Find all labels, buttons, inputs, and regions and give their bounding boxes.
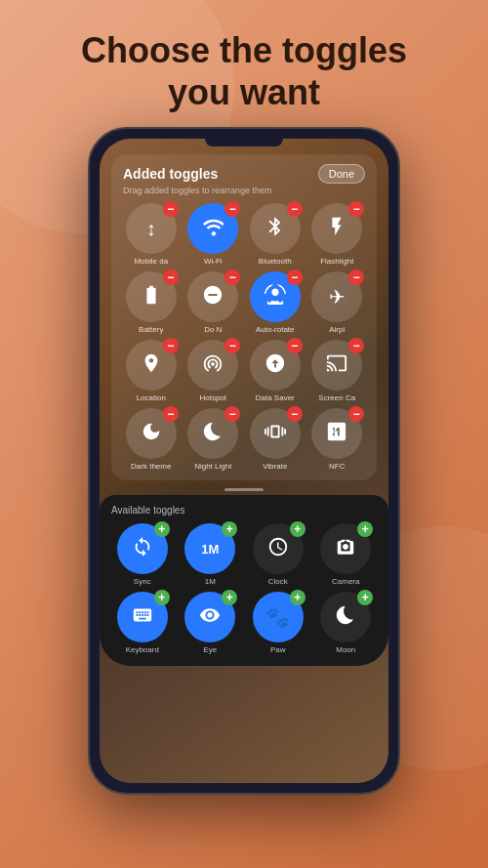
phone-screen: Added toggles Done Drag added toggles to…	[100, 139, 388, 783]
airplane-icon: ✈	[329, 285, 346, 309]
avail-circle-camera: +	[320, 523, 371, 574]
avail-clock[interactable]: + Clock	[247, 523, 309, 586]
remove-badge-airplane: −	[348, 269, 364, 285]
toggle-label-bluetooth: Bluetooth	[259, 257, 292, 266]
remove-badge-bt: −	[287, 201, 303, 217]
toggle-location[interactable]: − Location	[123, 340, 180, 402]
page-title: Choose the toggles you want	[0, 29, 488, 113]
avail-circle-sync: +	[117, 523, 168, 574]
avail-keyboard[interactable]: + Keyboard	[111, 592, 174, 654]
added-toggles-title: Added toggles	[123, 166, 218, 182]
dark-theme-icon	[141, 421, 162, 447]
toggle-circle-autorotate: −	[250, 271, 301, 322]
toggle-label-wifi: Wi-Fi	[204, 257, 223, 266]
datasaver-icon	[264, 352, 286, 379]
avail-circle-eye: +	[184, 592, 235, 642]
toggle-label-flashlight: Flashlight	[320, 257, 353, 266]
vibrate-icon	[264, 421, 286, 447]
added-toggles-grid: ↕ − Mobile da	[123, 203, 365, 471]
add-badge-clock: +	[290, 521, 305, 537]
toggle-label-hotspot: Hotspot	[199, 393, 226, 402]
toggle-autorotate[interactable]: − Auto-rotate	[247, 271, 304, 334]
toggle-circle-hotspot: −	[187, 340, 238, 391]
scroll-indicator	[224, 488, 264, 491]
toggle-dnd[interactable]: − Do N	[185, 271, 242, 334]
toggle-airplane[interactable]: ✈ − Airpl	[309, 271, 366, 334]
remove-badge-autorotate: −	[287, 269, 303, 285]
dnd-icon	[202, 284, 224, 310]
avail-sync[interactable]: + Sync	[111, 523, 174, 586]
avail-label-keyboard: Keyboard	[126, 645, 159, 654]
available-toggles-section: Available toggles +	[100, 495, 388, 666]
avail-eye[interactable]: + Eye	[180, 592, 242, 654]
remove-badge-location: −	[163, 338, 179, 353]
toggle-circle-bluetooth: −	[250, 203, 301, 254]
toggle-circle-flashlight: −	[311, 203, 362, 254]
toggle-datasaver[interactable]: − Data Saver	[247, 340, 304, 402]
avail-circle-keyboard: +	[117, 592, 168, 642]
avail-label-sync: Sync	[134, 577, 151, 586]
toggle-label-screencast: Screen Ca	[318, 393, 355, 402]
available-toggles-grid: + Sync 1M + 1M	[111, 523, 377, 654]
remove-badge-datasaver: −	[287, 338, 303, 353]
avail-label-paw: Paw	[270, 645, 286, 654]
toggle-circle-battery: −	[126, 271, 177, 322]
battery-icon	[141, 284, 162, 310]
add-badge-camera: +	[357, 521, 373, 537]
toggle-label-dnd: Do N	[204, 325, 222, 334]
toggle-circle-datasaver: −	[250, 340, 301, 391]
avail-label-eye: Eye	[203, 645, 217, 654]
toggle-circle-nfc: −	[311, 408, 362, 459]
toggle-flashlight[interactable]: − Flashlight	[309, 203, 366, 266]
remove-badge-dnd: −	[224, 269, 240, 285]
toggle-label-autorotate: Auto-rotate	[256, 325, 295, 334]
toggle-battery[interactable]: − Battery	[123, 271, 180, 334]
hero-section: Choose the toggles you want	[0, 29, 488, 113]
nfc-icon	[326, 421, 347, 447]
keyboard-icon	[132, 604, 153, 631]
toggle-screencast[interactable]: − Screen Ca	[309, 340, 366, 402]
toggle-circle-dnd: −	[187, 271, 238, 322]
mobile-data-icon: ↕	[146, 218, 156, 240]
toggle-circle-screencast: −	[311, 340, 362, 391]
bluetooth-icon	[264, 216, 286, 242]
toggle-label-location: Location	[137, 393, 166, 402]
toggle-vibrate[interactable]: − Vibrate	[247, 408, 304, 471]
add-badge-paw: +	[290, 590, 305, 605]
toggle-bluetooth[interactable]: − Bluetooth	[247, 203, 304, 266]
toggle-nfc[interactable]: − NFC	[309, 408, 366, 471]
toggle-label-night-light: Night Light	[194, 462, 231, 471]
wifi-icon	[202, 216, 224, 242]
avail-camera[interactable]: + Camera	[315, 523, 378, 586]
toggle-circle-wifi: −	[187, 203, 238, 254]
remove-badge-screencast: −	[348, 338, 364, 353]
location-icon	[141, 352, 162, 379]
sync-icon	[132, 536, 153, 562]
avail-paw[interactable]: 🐾 + Paw	[247, 592, 309, 654]
toggle-circle-mobile-data: ↕ −	[126, 203, 177, 254]
toggle-hotspot[interactable]: − Hotspot	[185, 340, 242, 402]
toggle-circle-vibrate: −	[250, 408, 301, 459]
flashlight-icon	[326, 216, 347, 242]
add-badge-1m: +	[222, 521, 237, 537]
1m-icon: 1M	[201, 542, 219, 557]
avail-moon[interactable]: + Moon	[315, 592, 378, 654]
toggle-night-light[interactable]: − Night Light	[185, 408, 242, 471]
remove-badge-nfc: −	[348, 406, 364, 422]
toggle-mobile-data[interactable]: ↕ − Mobile da	[123, 203, 180, 266]
avail-circle-1m: 1M +	[184, 523, 235, 574]
toggle-label-vibrate: Vibrate	[263, 462, 287, 471]
add-badge-sync: +	[154, 521, 170, 537]
screen-content: Added toggles Done Drag added toggles to…	[100, 154, 388, 666]
toggle-label-battery: Battery	[139, 325, 163, 334]
toggle-circle-night-light: −	[187, 408, 238, 459]
phone-notch	[205, 139, 283, 146]
camera-icon	[335, 536, 356, 562]
done-button[interactable]: Done	[318, 164, 365, 184]
clock-icon	[267, 536, 289, 562]
toggle-wifi[interactable]: − Wi-Fi	[185, 203, 242, 266]
add-badge-keyboard: +	[154, 590, 170, 605]
toggle-dark-theme[interactable]: − Dark theme	[123, 408, 180, 471]
toggle-circle-dark-theme: −	[126, 408, 177, 459]
avail-1m[interactable]: 1M + 1M	[180, 523, 242, 586]
